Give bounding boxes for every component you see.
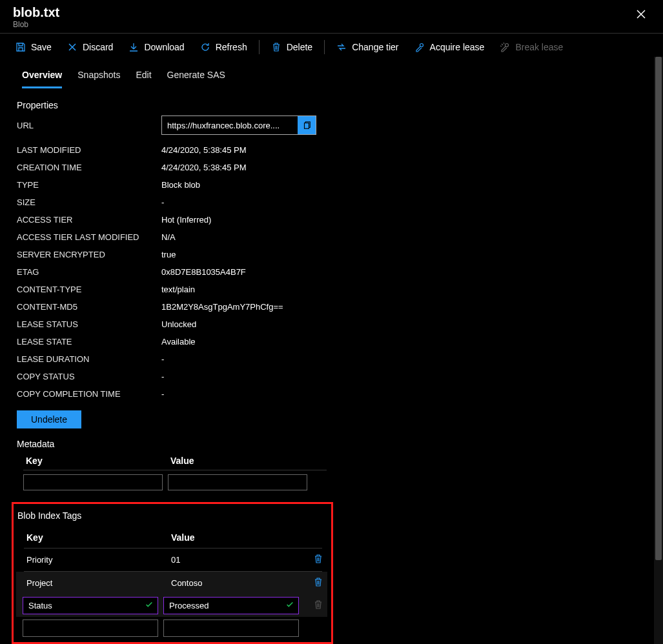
tag-empty-row	[16, 617, 327, 638]
label-size: SIZE	[17, 197, 161, 207]
close-button[interactable]	[632, 5, 650, 26]
label-lease-duration: LEASE DURATION	[17, 354, 161, 364]
panel-header: blob.txt Blob	[0, 0, 663, 33]
save-label: Save	[31, 42, 52, 52]
toolbar: Save Discard Download Refresh Delete Cha…	[0, 34, 663, 61]
break-lease-button: Break lease	[492, 37, 571, 57]
value-access-tier: Hot (Inferred)	[161, 215, 211, 225]
tag-value-input[interactable]	[164, 598, 285, 614]
tag-key-input[interactable]	[23, 598, 145, 614]
acquire-lease-button[interactable]: Acquire lease	[407, 37, 493, 57]
svg-rect-2	[305, 123, 309, 129]
value-lease-duration: -	[161, 354, 164, 364]
tag-delete-button[interactable]	[313, 554, 323, 566]
label-server-encrypted: SERVER ENCRYPTED	[17, 250, 161, 259]
tag-row: Project Contoso	[16, 572, 327, 594]
metadata-key-input[interactable]	[23, 474, 163, 490]
metadata-row	[17, 474, 660, 490]
tag-row: Priority 01	[16, 548, 327, 571]
properties-title: Properties	[17, 100, 660, 110]
label-url: URL	[17, 121, 161, 130]
tag-value-wrap	[163, 619, 299, 637]
scrollbar[interactable]	[654, 57, 663, 644]
copy-url-button[interactable]	[298, 116, 316, 134]
tags-title: Blob Index Tags	[16, 508, 327, 522]
tag-key-wrap	[23, 619, 158, 637]
label-content-md5: CONTENT-MD5	[17, 302, 161, 312]
tag-key-wrap	[23, 597, 158, 614]
trash-icon	[313, 577, 323, 587]
tag-delete-button[interactable]	[313, 599, 323, 612]
value-copy-status: -	[161, 372, 164, 381]
tab-bar: Overview Snapshots Edit Generate SAS	[0, 61, 660, 88]
properties-section: Properties URL LAST MODIFIED4/24/2020, 5…	[0, 88, 660, 431]
trash-icon	[313, 599, 323, 610]
page-title: blob.txt	[13, 5, 59, 20]
label-lease-state: LEASE STATE	[17, 337, 161, 347]
tab-snapshots[interactable]: Snapshots	[77, 66, 120, 88]
value-etag: 0x8D7E8B1035A4B7F	[161, 267, 246, 277]
undelete-button[interactable]: Undelete	[17, 410, 81, 428]
refresh-icon	[200, 42, 210, 52]
label-copy-completion: COPY COMPLETION TIME	[17, 389, 161, 399]
check-icon	[145, 600, 154, 611]
tag-key-input[interactable]	[23, 620, 154, 636]
label-creation-time: CREATION TIME	[17, 163, 161, 172]
delete-icon	[271, 42, 281, 52]
trash-icon	[313, 554, 323, 564]
url-field	[161, 116, 316, 135]
url-input[interactable]	[162, 118, 298, 133]
value-copy-completion: -	[161, 389, 164, 399]
refresh-button[interactable]: Refresh	[192, 37, 255, 57]
change-tier-button[interactable]: Change tier	[329, 37, 406, 57]
download-label: Download	[144, 42, 184, 52]
change-tier-label: Change tier	[352, 42, 398, 52]
label-access-tier-lm: ACCESS TIER LAST MODIFIED	[17, 232, 161, 242]
tag-editing-row	[16, 594, 327, 617]
tab-generate-sas[interactable]: Generate SAS	[167, 66, 225, 88]
close-icon	[636, 9, 646, 19]
value-last-modified: 4/24/2020, 5:38:45 PM	[161, 145, 247, 155]
refresh-label: Refresh	[216, 42, 247, 52]
svg-point-0	[420, 44, 423, 47]
tag-value-input[interactable]	[164, 620, 294, 636]
check-icon	[285, 600, 294, 611]
delete-button[interactable]: Delete	[263, 37, 320, 57]
label-type: TYPE	[17, 180, 161, 190]
value-server-encrypted: true	[161, 250, 176, 259]
tags-header-key: Key	[26, 532, 171, 543]
metadata-header-value: Value	[170, 456, 315, 466]
save-button[interactable]: Save	[8, 37, 59, 57]
metadata-value-input[interactable]	[168, 474, 307, 490]
tag-value: 01	[171, 555, 300, 565]
svg-point-1	[505, 44, 509, 47]
tags-headers: Key Value	[16, 522, 327, 548]
change-tier-icon	[336, 42, 347, 52]
download-button[interactable]: Download	[121, 37, 192, 57]
tag-key: Priority	[26, 555, 171, 565]
metadata-header-key: Key	[26, 456, 170, 466]
break-lease-icon	[500, 42, 510, 52]
blob-panel: blob.txt Blob Save Discard Download Refr…	[0, 0, 663, 644]
label-access-tier: ACCESS TIER	[17, 215, 161, 225]
label-lease-status: LEASE STATUS	[17, 319, 161, 329]
label-content-type: CONTENT-TYPE	[17, 285, 161, 294]
tab-overview[interactable]: Overview	[22, 66, 62, 88]
tag-delete-button[interactable]	[313, 577, 323, 589]
metadata-title: Metadata	[17, 439, 660, 449]
acquire-lease-icon	[414, 42, 425, 52]
value-access-tier-lm: N/A	[161, 232, 176, 242]
scrollbar-thumb[interactable]	[655, 57, 662, 560]
download-icon	[128, 42, 139, 52]
tag-value: Contoso	[171, 578, 300, 588]
value-lease-state: Available	[161, 337, 196, 347]
delete-label: Delete	[287, 42, 312, 52]
page-subtitle: Blob	[13, 20, 59, 29]
tag-value-wrap	[163, 597, 299, 614]
content-area: Overview Snapshots Edit Generate SAS Pro…	[0, 61, 663, 644]
discard-label: Discard	[83, 42, 113, 52]
discard-button[interactable]: Discard	[59, 37, 121, 57]
tab-edit[interactable]: Edit	[136, 66, 151, 88]
blob-index-tags-section: Blob Index Tags Key Value Priority 01 Pr…	[12, 502, 333, 644]
label-copy-status: COPY STATUS	[17, 372, 161, 381]
